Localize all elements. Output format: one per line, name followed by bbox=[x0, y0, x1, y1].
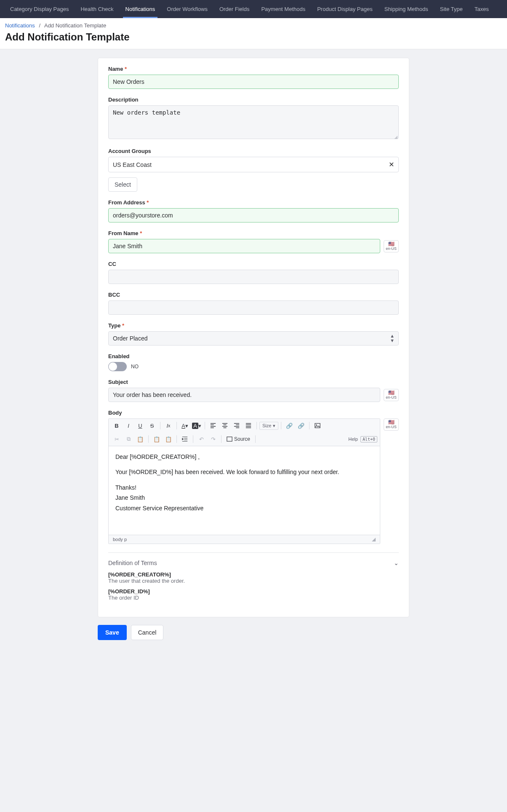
bg-color-icon[interactable]: A▾ bbox=[191, 421, 202, 431]
cc-label: CC bbox=[108, 261, 399, 267]
nav-item[interactable]: Taxes bbox=[469, 0, 495, 18]
cut-icon[interactable]: ✂ bbox=[111, 434, 122, 444]
editor-resize-icon[interactable] bbox=[372, 538, 376, 541]
underline-icon[interactable]: U bbox=[135, 421, 146, 431]
indent-icon[interactable] bbox=[179, 434, 190, 444]
account-groups-box: US East Coast ✕ bbox=[108, 157, 399, 172]
enabled-label: Enabled bbox=[108, 353, 399, 359]
term-token: [%ORDER_CREATOR%] bbox=[108, 571, 399, 578]
nav-item[interactable]: Order Workflows bbox=[161, 0, 213, 18]
paste-word-icon[interactable]: 📋 bbox=[163, 434, 174, 444]
from-name-label: From Name * bbox=[108, 230, 399, 236]
breadcrumb: Notifications / Add Notification Templat… bbox=[0, 18, 507, 29]
locale-code: en-US bbox=[384, 395, 398, 399]
term-desc: The order ID bbox=[108, 595, 399, 601]
flag-icon: 🇺🇸 bbox=[384, 390, 398, 395]
unlink-icon[interactable]: 🔗̸ bbox=[296, 421, 307, 431]
top-nav: Category Display PagesHealth CheckNotifi… bbox=[0, 0, 507, 18]
locale-button[interactable]: 🇺🇸 en-US bbox=[384, 240, 399, 252]
term-token: [%ORDER_ID%] bbox=[108, 588, 399, 595]
locale-button[interactable]: 🇺🇸 en-US bbox=[384, 389, 399, 401]
name-label: Name * bbox=[108, 66, 399, 72]
editor-footer: body p bbox=[109, 535, 380, 544]
type-label: Type * bbox=[108, 322, 399, 329]
undo-icon[interactable]: ↶ bbox=[196, 434, 207, 444]
svg-rect-2 bbox=[227, 437, 232, 442]
nav-item[interactable]: Order Fields bbox=[213, 0, 256, 18]
definition-of-terms: Definition of Terms ⌄ [%ORDER_CREATOR%] … bbox=[108, 552, 399, 601]
enabled-toggle[interactable] bbox=[108, 362, 127, 371]
source-button[interactable]: Source bbox=[224, 435, 253, 443]
name-input[interactable] bbox=[108, 75, 399, 89]
flag-icon: 🇺🇸 bbox=[384, 241, 398, 247]
page-title: Add Notification Template bbox=[0, 29, 507, 49]
redo-icon[interactable]: ↷ bbox=[208, 434, 219, 444]
form-card: Name * Description New orders template A… bbox=[98, 58, 409, 617]
image-icon[interactable] bbox=[312, 421, 323, 431]
bold-icon[interactable]: B bbox=[111, 421, 122, 431]
select-account-groups-button[interactable]: Select bbox=[108, 177, 137, 192]
bcc-input[interactable] bbox=[108, 300, 399, 315]
save-button[interactable]: Save bbox=[98, 625, 127, 640]
strikethrough-icon[interactable]: S bbox=[147, 421, 157, 431]
rich-text-editor: B I U S Ix A▾ A▾ bbox=[108, 418, 380, 544]
text-color-icon[interactable]: A▾ bbox=[179, 421, 190, 431]
help-label[interactable]: Help bbox=[348, 437, 358, 442]
italic-icon[interactable]: I bbox=[123, 421, 134, 431]
nav-item[interactable]: Notifications bbox=[120, 0, 161, 18]
align-center-icon[interactable] bbox=[219, 421, 230, 431]
svg-rect-0 bbox=[315, 423, 320, 428]
svg-point-1 bbox=[316, 424, 317, 425]
definitions-toggle[interactable]: Definition of Terms ⌄ bbox=[108, 558, 399, 571]
locale-code: en-US bbox=[384, 247, 398, 251]
nav-item[interactable]: Shipping Methods bbox=[379, 0, 434, 18]
from-address-input[interactable] bbox=[108, 208, 399, 222]
cc-input[interactable] bbox=[108, 270, 399, 284]
remove-format-icon[interactable]: Ix bbox=[163, 421, 174, 431]
flag-icon: 🇺🇸 bbox=[384, 420, 398, 425]
enabled-state-text: NO bbox=[131, 364, 139, 370]
type-select[interactable]: Order Placed bbox=[108, 331, 399, 346]
align-justify-icon[interactable] bbox=[243, 421, 254, 431]
editor-path[interactable]: body p bbox=[113, 537, 127, 542]
font-size-select[interactable]: Size▾ bbox=[259, 422, 278, 430]
cancel-button[interactable]: Cancel bbox=[131, 625, 164, 640]
description-label: Description bbox=[108, 96, 399, 103]
description-textarea[interactable]: New orders template bbox=[108, 105, 399, 139]
editor-toolbar: B I U S Ix A▾ A▾ bbox=[109, 419, 380, 446]
nav-item[interactable]: Product Display Pages bbox=[311, 0, 379, 18]
from-address-label: From Address * bbox=[108, 199, 399, 206]
term-desc: The user that created the order. bbox=[108, 578, 399, 584]
copy-icon[interactable]: ⧉ bbox=[123, 434, 134, 444]
nav-item[interactable]: Category Display Pages bbox=[4, 0, 75, 18]
nav-item[interactable]: Site Type bbox=[434, 0, 469, 18]
locale-code: en-US bbox=[384, 425, 398, 429]
account-group-chip: US East Coast ✕ bbox=[109, 157, 398, 172]
bcc-label: BCC bbox=[108, 292, 399, 298]
help-shortcut: Alt+0 bbox=[360, 436, 377, 442]
nav-item[interactable]: Health Check bbox=[75, 0, 119, 18]
nav-item[interactable]: Payment Methods bbox=[255, 0, 311, 18]
chevron-down-icon: ⌄ bbox=[394, 560, 399, 566]
form-actions: Save Cancel bbox=[98, 625, 409, 640]
subject-label: Subject bbox=[108, 379, 399, 385]
remove-chip-icon[interactable]: ✕ bbox=[389, 161, 394, 169]
locale-button[interactable]: 🇺🇸 en-US bbox=[384, 418, 399, 431]
align-right-icon[interactable] bbox=[231, 421, 242, 431]
paste-text-icon[interactable]: 📋 bbox=[151, 434, 162, 444]
account-group-name: US East Coast bbox=[113, 161, 152, 168]
breadcrumb-sep: / bbox=[36, 22, 43, 29]
body-label: Body bbox=[108, 410, 399, 416]
link-icon[interactable]: 🔗 bbox=[284, 421, 295, 431]
breadcrumb-current: Add Notification Template bbox=[44, 22, 106, 29]
from-name-input[interactable] bbox=[108, 239, 380, 253]
align-left-icon[interactable] bbox=[208, 421, 219, 431]
editor-content[interactable]: Dear [%ORDER_CREATOR%] , Your [%ORDER_ID… bbox=[109, 446, 380, 535]
breadcrumb-root[interactable]: Notifications bbox=[5, 22, 35, 29]
paste-icon[interactable]: 📋 bbox=[135, 434, 146, 444]
account-groups-label: Account Groups bbox=[108, 148, 399, 154]
subject-input[interactable] bbox=[108, 388, 380, 402]
